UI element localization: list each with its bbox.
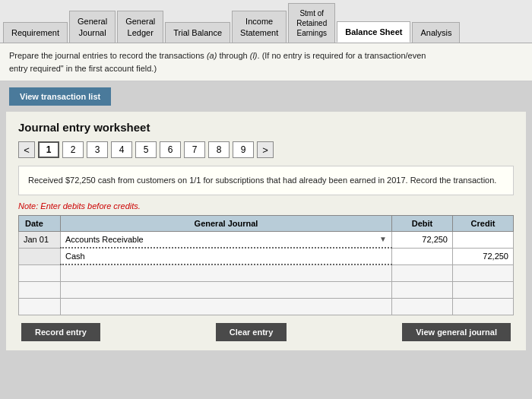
page-1-button[interactable]: 1 — [38, 141, 59, 158]
debit-cell-2[interactable] — [392, 248, 453, 264]
tab-requirement[interactable]: Requirement — [3, 22, 68, 43]
page-5-button[interactable]: 5 — [135, 141, 157, 158]
date-cell-4 — [19, 281, 61, 298]
date-cell-2 — [19, 248, 61, 264]
page-4-button[interactable]: 4 — [111, 141, 132, 158]
date-cell-3 — [19, 264, 61, 281]
table-row — [19, 264, 514, 281]
transaction-description: Received $72,250 cash from customers on … — [18, 166, 514, 195]
bottom-bar: Record entry Clear entry View general jo… — [18, 323, 514, 341]
journal-cell-4[interactable] — [61, 281, 392, 298]
tab-stmt-retained[interactable]: Stmt of Retained Earnings — [288, 3, 335, 43]
debit-credit-note: Note: Enter debits before credits. — [18, 201, 514, 211]
journal-text-2: Cash — [65, 252, 85, 261]
col-header-date: Date — [19, 215, 61, 231]
tab-balance-sheet[interactable]: Balance Sheet — [337, 21, 410, 43]
table-row — [19, 281, 514, 298]
page-3-button[interactable]: 3 — [87, 141, 108, 158]
record-entry-button[interactable]: Record entry — [21, 323, 100, 341]
instructions-text: Prepare the journal entries to record th… — [9, 51, 426, 73]
tab-general-journal[interactable]: General Journal — [69, 11, 116, 43]
next-page-button[interactable]: > — [257, 141, 274, 158]
tab-analysis[interactable]: Analysis — [412, 22, 460, 43]
table-row: Jan 01 Accounts Receivable ▼ 72,250 — [19, 231, 514, 248]
page-7-button[interactable]: 7 — [184, 141, 205, 158]
prev-page-button[interactable]: < — [18, 141, 35, 158]
worksheet-title: Journal entry worksheet — [18, 121, 514, 134]
debit-cell-5[interactable] — [392, 298, 453, 315]
debit-cell-1[interactable]: 72,250 — [392, 231, 453, 248]
date-cell-1: Jan 01 — [19, 231, 61, 248]
debit-cell-3[interactable] — [392, 264, 453, 281]
page-2-button[interactable]: 2 — [62, 141, 84, 158]
journal-cell-2[interactable]: Cash — [61, 248, 392, 264]
journal-cell-3[interactable] — [61, 264, 392, 281]
col-header-general-journal: General Journal — [61, 215, 392, 231]
page-8-button[interactable]: 8 — [208, 141, 230, 158]
journal-cell-1[interactable]: Accounts Receivable ▼ — [61, 231, 392, 248]
nav-tabs: Requirement General Journal General Ledg… — [0, 0, 532, 43]
right-button-group: View general journal — [402, 323, 511, 341]
pagination: < 1 2 3 4 5 6 7 8 9 > — [18, 141, 514, 158]
credit-cell-3[interactable] — [453, 264, 514, 281]
page-9-button[interactable]: 9 — [233, 141, 254, 158]
col-header-debit: Debit — [392, 215, 453, 231]
debit-cell-4[interactable] — [392, 281, 453, 298]
credit-cell-2[interactable]: 72,250 — [453, 248, 514, 264]
view-general-journal-button[interactable]: View general journal — [402, 323, 511, 341]
clear-entry-button[interactable]: Clear entry — [216, 323, 287, 341]
table-row: Cash 72,250 — [19, 248, 514, 264]
journal-text-1: Accounts Receivable — [65, 235, 144, 244]
page-6-button[interactable]: 6 — [160, 141, 181, 158]
col-header-credit: Credit — [453, 215, 514, 231]
table-row — [19, 298, 514, 315]
tab-income-statement[interactable]: Income Statement — [232, 11, 287, 43]
main-content: Journal entry worksheet < 1 2 3 4 5 6 7 … — [6, 112, 526, 350]
credit-cell-5[interactable] — [453, 298, 514, 315]
journal-table: Date General Journal Debit Credit Jan 01… — [18, 215, 514, 315]
dropdown-arrow-1[interactable]: ▼ — [379, 235, 387, 243]
credit-cell-4[interactable] — [453, 281, 514, 298]
journal-cell-5[interactable] — [61, 298, 392, 315]
tab-trial-balance[interactable]: Trial Balance — [165, 22, 230, 43]
view-transaction-button[interactable]: View transaction list — [9, 87, 111, 106]
tab-general-ledger[interactable]: General Ledger — [117, 11, 163, 43]
instructions-area: Prepare the journal entries to record th… — [0, 43, 532, 81]
credit-cell-1[interactable] — [453, 231, 514, 248]
date-cell-5 — [19, 298, 61, 315]
